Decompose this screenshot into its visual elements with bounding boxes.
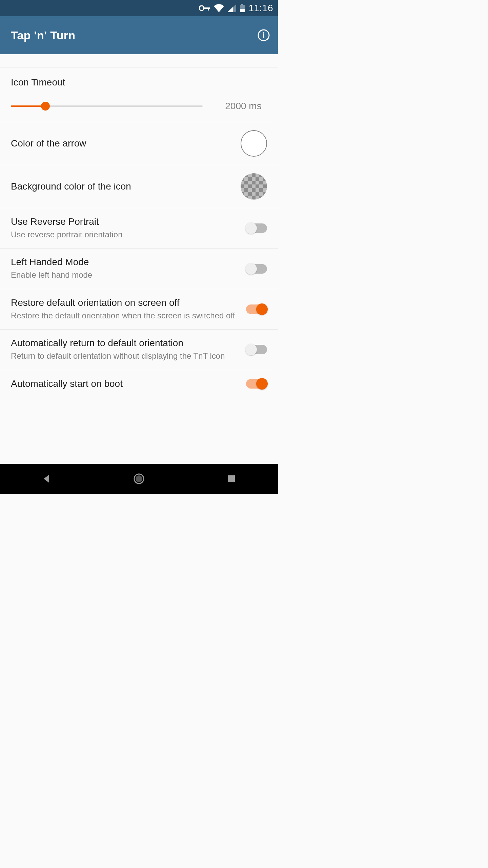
left-handed-title: Left Handed Mode — [11, 257, 239, 268]
auto-return-row[interactable]: Automatically return to default orientat… — [0, 329, 278, 370]
reverse-portrait-title: Use Reverse Portrait — [11, 216, 239, 227]
restore-default-row[interactable]: Restore default orientation on screen of… — [0, 289, 278, 329]
section-gap — [0, 59, 278, 67]
clock-text: 11:16 — [248, 3, 273, 14]
start-on-boot-switch[interactable] — [246, 379, 267, 389]
bg-color-row[interactable]: Background color of the icon — [0, 165, 278, 208]
home-icon — [133, 473, 145, 485]
auto-return-sub: Return to default orientation without di… — [11, 351, 239, 361]
recents-icon — [227, 475, 236, 483]
icon-timeout-row[interactable]: Icon Timeout 2000 ms — [0, 67, 278, 122]
arrow-color-title: Color of the arrow — [11, 138, 234, 149]
reverse-portrait-row[interactable]: Use Reverse Portrait Use reverse portrai… — [0, 208, 278, 248]
info-button[interactable] — [257, 28, 270, 42]
left-handed-switch[interactable] — [246, 264, 267, 274]
recents-button[interactable] — [218, 465, 245, 492]
svg-rect-2 — [208, 7, 209, 11]
restore-default-switch[interactable] — [246, 304, 267, 314]
wifi-icon — [214, 4, 224, 12]
restore-default-sub: Restore the default orientation when the… — [11, 310, 239, 321]
vpn-key-icon — [199, 5, 210, 12]
svg-rect-11 — [228, 475, 235, 482]
auto-return-switch[interactable] — [246, 345, 267, 354]
svg-point-10 — [136, 475, 142, 482]
bg-color-title: Background color of the icon — [11, 181, 234, 192]
left-handed-sub: Enable left hand mode — [11, 270, 239, 280]
battery-icon — [240, 4, 245, 13]
svg-rect-5 — [240, 9, 245, 12]
slider-fill — [11, 105, 45, 107]
icon-timeout-title: Icon Timeout — [11, 77, 267, 88]
reverse-portrait-switch[interactable] — [246, 223, 267, 233]
svg-point-7 — [263, 32, 264, 34]
arrow-color-swatch[interactable] — [241, 130, 267, 157]
info-icon — [257, 29, 270, 42]
svg-rect-8 — [263, 34, 264, 38]
home-button[interactable] — [125, 465, 152, 492]
left-handed-row[interactable]: Left Handed Mode Enable left hand mode — [0, 248, 278, 289]
bg-color-swatch[interactable] — [241, 173, 267, 200]
slider-thumb[interactable] — [41, 102, 50, 111]
auto-return-title: Automatically return to default orientat… — [11, 338, 239, 349]
cell-signal-icon — [227, 4, 236, 12]
start-on-boot-row[interactable]: Automatically start on boot — [0, 370, 278, 393]
restore-default-title: Restore default orientation on screen of… — [11, 297, 239, 308]
back-icon — [42, 474, 51, 484]
start-on-boot-title: Automatically start on boot — [11, 378, 239, 389]
back-button[interactable] — [33, 465, 60, 492]
app-bar: Tap 'n' Turn — [0, 16, 278, 54]
reverse-portrait-sub: Use reverse portrait orientation — [11, 229, 239, 240]
prev-row-peek — [0, 54, 278, 59]
icon-timeout-slider[interactable] — [11, 102, 203, 110]
icon-timeout-value: 2000 ms — [220, 101, 267, 112]
svg-point-0 — [199, 6, 204, 11]
navigation-bar — [0, 464, 278, 494]
arrow-color-row[interactable]: Color of the arrow — [0, 122, 278, 165]
settings-list: Icon Timeout 2000 ms Color of the arrow … — [0, 54, 278, 464]
status-bar: 11:16 — [0, 0, 278, 16]
app-title: Tap 'n' Turn — [11, 29, 75, 42]
svg-rect-3 — [241, 4, 243, 5]
